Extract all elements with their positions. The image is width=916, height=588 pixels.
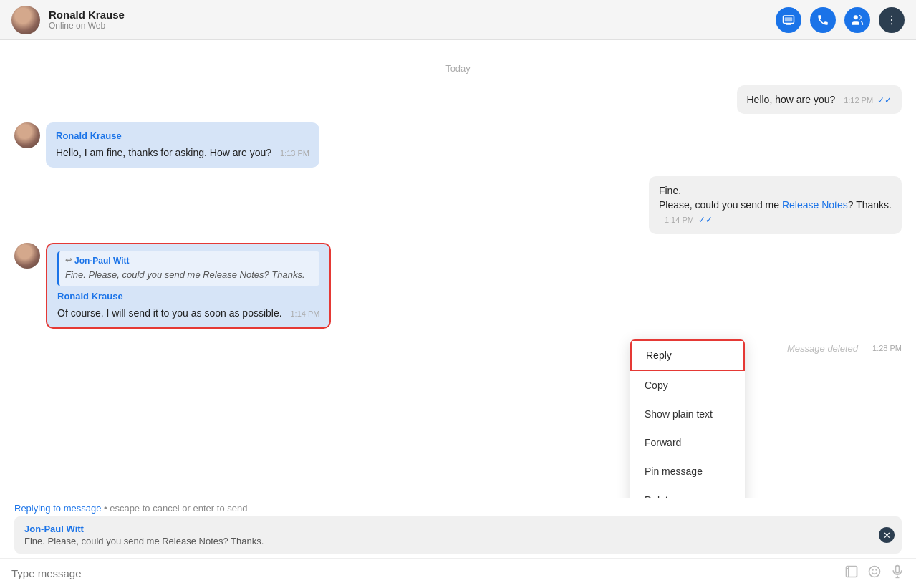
deleted-message-text: Message deleted xyxy=(787,343,858,354)
replying-to-label: Replying to message xyxy=(14,503,101,514)
quoted-sender: ↩ Jon-Paul Witt xyxy=(65,255,314,267)
message-time: 1:14 PM xyxy=(665,216,694,224)
message-sender: Ronald Krause xyxy=(57,290,319,304)
users-button[interactable] xyxy=(844,7,870,33)
reply-hint: Replying to message • escape to cancel o… xyxy=(14,503,902,514)
message-bubble-wrap: Fine.Please, could you send me Release N… xyxy=(649,176,902,234)
more-button[interactable] xyxy=(879,7,905,33)
quoted-text: Fine. Please, could you send me Release … xyxy=(65,269,305,280)
svg-point-5 xyxy=(891,23,892,24)
message-text: Fine.Please, could you send me Release N… xyxy=(659,183,892,213)
message-input[interactable] xyxy=(11,567,844,579)
message-bubble-wrap: Hello, how are you? 1:12 PM ✓✓ xyxy=(737,85,902,114)
svg-rect-6 xyxy=(847,567,857,577)
context-menu: Reply Copy Show plain text Forward Pin m… xyxy=(630,339,745,498)
contact-info: Ronald Krause Online on Web xyxy=(49,9,776,31)
message-bubble-wrap: ↩ Jon-Paul Witt Fine. Please, could you … xyxy=(46,243,331,329)
header-actions xyxy=(776,7,905,33)
quoted-message: ↩ Jon-Paul Witt Fine. Please, could you … xyxy=(57,251,319,286)
message-time: 1:13 PM xyxy=(280,149,309,158)
message-text: Hello, I am fine, thanks for asking. How… xyxy=(56,147,271,158)
input-icon-group xyxy=(844,564,905,582)
reply-preview: Jon-Paul Witt Fine. Please, could you se… xyxy=(14,516,902,554)
reply-preview-text: Fine. Please, could you send me Release … xyxy=(24,536,873,546)
message-row: Ronald Krause Hello, I am fine, thanks f… xyxy=(14,122,902,167)
message-sender: Ronald Krause xyxy=(56,130,309,143)
svg-point-4 xyxy=(891,19,892,20)
message-text: Hello, how are you? xyxy=(747,94,836,105)
contact-status: Online on Web xyxy=(49,21,776,31)
reply-icon: ↩ xyxy=(65,255,72,266)
message-ticks: ✓✓ xyxy=(877,95,892,105)
reply-bar: Replying to message • escape to cancel o… xyxy=(0,498,916,558)
date-divider: Today xyxy=(14,63,902,74)
context-menu-delete[interactable]: Delete message xyxy=(630,486,745,498)
contact-avatar xyxy=(11,6,40,34)
screen-share-button[interactable] xyxy=(776,7,801,33)
message-row: Message deleted 1:28 PM xyxy=(14,337,902,360)
avatar-image xyxy=(11,6,40,34)
message-bubble: Fine.Please, could you send me Release N… xyxy=(649,176,902,234)
message-row: Hello, how are you? 1:12 PM ✓✓ xyxy=(14,85,902,114)
message-bubble-highlighted: ↩ Jon-Paul Witt Fine. Please, could you … xyxy=(46,243,331,329)
chat-area: Today Hello, how are you? 1:12 PM ✓✓ Ron… xyxy=(0,40,916,498)
message-time: 1:28 PM xyxy=(872,344,902,352)
message-ticks: ✓✓ xyxy=(698,215,713,225)
emoji-icon[interactable] xyxy=(867,564,882,582)
context-menu-show-plain[interactable]: Show plain text xyxy=(630,400,745,428)
reply-close-button[interactable]: ✕ xyxy=(879,527,895,543)
input-bar xyxy=(0,558,916,588)
microphone-icon[interactable] xyxy=(890,564,905,582)
phone-button[interactable] xyxy=(810,7,836,33)
svg-point-7 xyxy=(869,567,880,577)
message-bubble-wrap: Message deleted 1:28 PM xyxy=(787,337,902,360)
message-bubble: Hello, how are you? 1:12 PM ✓✓ xyxy=(737,85,902,114)
svg-point-3 xyxy=(891,15,892,16)
message-time: 1:14 PM xyxy=(291,309,320,318)
attach-file-icon[interactable] xyxy=(844,564,859,582)
reply-hint-suffix: • escape to cancel or enter to send xyxy=(101,503,247,514)
svg-point-2 xyxy=(854,15,858,19)
context-menu-reply[interactable]: Reply xyxy=(630,339,745,371)
svg-rect-1 xyxy=(785,17,793,21)
message-time: 1:12 PM xyxy=(844,96,873,105)
chat-header: Ronald Krause Online on Web xyxy=(0,0,916,40)
context-menu-copy[interactable]: Copy xyxy=(630,371,745,400)
svg-rect-10 xyxy=(896,566,900,573)
message-bubble: Ronald Krause Hello, I am fine, thanks f… xyxy=(46,122,319,167)
sender-avatar xyxy=(14,243,40,269)
message-text: Of course. I will send it to you as soon… xyxy=(57,307,282,319)
context-menu-forward[interactable]: Forward xyxy=(630,428,745,457)
reply-preview-sender: Jon-Paul Witt xyxy=(24,524,873,534)
message-row: ↩ Jon-Paul Witt Fine. Please, could you … xyxy=(14,243,902,329)
contact-name: Ronald Krause xyxy=(49,9,776,21)
message-row: Fine.Please, could you send me Release N… xyxy=(14,176,902,234)
sender-avatar xyxy=(14,122,40,148)
context-menu-pin[interactable]: Pin message xyxy=(630,457,745,486)
message-bubble-wrap: Ronald Krause Hello, I am fine, thanks f… xyxy=(46,122,319,167)
